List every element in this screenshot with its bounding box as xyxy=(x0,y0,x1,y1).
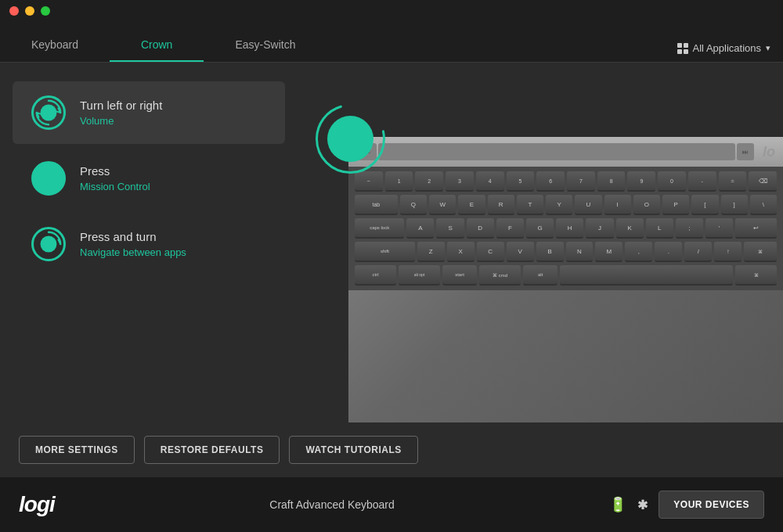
action-item-turn[interactable]: Turn left or right Volume xyxy=(13,81,285,144)
key-extra: ⌘ xyxy=(744,242,777,262)
press-turn-icon xyxy=(31,227,66,261)
tab-crown[interactable]: Crown xyxy=(110,38,204,62)
key-3: 3 xyxy=(446,171,474,192)
key-fn-last: ⏭ xyxy=(737,143,754,160)
key-alt-opt: alt opt xyxy=(399,265,440,286)
key-row-bottom: ctrl alt opt start ⌘ cmd alt ⌘ xyxy=(355,265,777,286)
key-1: 1 xyxy=(385,171,413,192)
key-z: Z xyxy=(417,242,445,262)
chevron-down-icon: ▾ xyxy=(766,43,770,53)
key-t: T xyxy=(517,195,543,215)
key-e: E xyxy=(458,195,485,215)
press-turn-icon-svg xyxy=(34,229,63,259)
key-n: N xyxy=(566,242,594,262)
turn-icon-svg xyxy=(34,98,63,128)
key-x: X xyxy=(447,242,474,262)
key-alt-right: alt xyxy=(523,265,557,286)
watch-tutorials-button[interactable]: WATCH TUTORIALS xyxy=(289,436,417,464)
keyboard-body: esc ⏭ lo ~ 1 2 3 4 5 6 7 8 xyxy=(348,137,783,462)
key-u: U xyxy=(575,195,601,215)
key-s: S xyxy=(436,218,464,239)
key-ctrl: ctrl xyxy=(355,265,396,286)
key-d: D xyxy=(467,218,494,239)
key-equals: = xyxy=(719,171,747,192)
key-y: Y xyxy=(546,195,572,215)
action-text-press: Press Mission Control xyxy=(80,164,150,192)
restore-defaults-button[interactable]: RESTORE DEFAULTS xyxy=(144,436,280,464)
key-h: H xyxy=(556,218,583,239)
bluetooth-icon: ✱ xyxy=(637,498,648,512)
key-period: . xyxy=(655,242,682,262)
key-cmd-right: ⌘ xyxy=(735,265,777,286)
keyboard-top-strip: esc ⏭ lo xyxy=(348,137,783,167)
key-row-asdf: caps lock A S D F G H J K L ; ' ↩ xyxy=(355,218,777,239)
key-c: C xyxy=(477,242,504,262)
logi-logo: logi xyxy=(19,492,55,517)
logo-mark: lo xyxy=(763,144,775,160)
bottom-buttons: MORE SETTINGS RESTORE DEFAULTS WATCH TUT… xyxy=(0,422,783,477)
key-rbracket: ] xyxy=(721,195,748,215)
key-quote: ' xyxy=(705,218,733,239)
key-6: 6 xyxy=(536,171,565,192)
keys-area: ~ 1 2 3 4 5 6 7 8 9 0 - = ⌫ tab xyxy=(348,167,783,290)
tab-keyboard[interactable]: Keyboard xyxy=(0,38,110,62)
key-lbracket: [ xyxy=(691,195,718,215)
key-q: Q xyxy=(400,195,427,215)
key-g: G xyxy=(526,218,554,239)
key-semicolon: ; xyxy=(676,218,703,239)
key-7: 7 xyxy=(567,171,595,192)
key-start: start xyxy=(442,265,477,286)
key-enter: ↩ xyxy=(735,218,777,239)
key-a: A xyxy=(406,218,434,239)
key-i: I xyxy=(604,195,631,215)
fn-key-row: esc ⏭ xyxy=(356,143,754,160)
action-item-press-turn[interactable]: Press and turn Navigate between apps xyxy=(13,213,285,275)
tab-easy-switch[interactable]: Easy-Switch xyxy=(204,38,327,62)
maximize-button[interactable] xyxy=(41,6,50,16)
key-v: V xyxy=(507,242,534,262)
left-panel: Turn left or right Volume Press Mission … xyxy=(0,63,298,477)
device-name: Craft Advanced Keyboard xyxy=(55,498,610,511)
key-backslash: \ xyxy=(750,195,777,215)
action-text-turn: Turn left or right Volume xyxy=(80,99,162,127)
footer: logi Craft Advanced Keyboard 🔋 ✱ YOUR DE… xyxy=(0,477,783,532)
minimize-button[interactable] xyxy=(25,6,34,16)
key-backspace: ⌫ xyxy=(749,171,777,192)
key-4: 4 xyxy=(476,171,504,192)
key-cmd-left: ⌘ cmd xyxy=(479,265,521,286)
key-r: R xyxy=(488,195,514,215)
key-f: F xyxy=(496,218,524,239)
svg-point-0 xyxy=(41,105,57,121)
crown-dial xyxy=(313,102,388,176)
key-k: K xyxy=(616,218,644,239)
apps-menu[interactable]: All Applications ▾ xyxy=(677,42,770,54)
footer-right: 🔋 ✱ YOUR DEVICES xyxy=(609,491,764,519)
key-space xyxy=(560,265,733,286)
title-bar xyxy=(0,0,783,22)
more-settings-button[interactable]: MORE SETTINGS xyxy=(19,436,135,464)
svg-point-1 xyxy=(41,236,57,253)
action-item-press[interactable]: Press Mission Control xyxy=(13,147,285,210)
key-caps: caps lock xyxy=(355,218,404,239)
key-m: M xyxy=(595,242,622,262)
key-j: J xyxy=(586,218,613,239)
key-shift-left: shift xyxy=(355,242,415,262)
grid-icon xyxy=(677,43,688,54)
key-9: 9 xyxy=(627,171,655,192)
key-o: O xyxy=(633,195,660,215)
key-0: 0 xyxy=(658,171,686,192)
fn-keys-group xyxy=(378,143,735,160)
key-dash: - xyxy=(688,171,716,192)
key-b: B xyxy=(536,242,564,262)
key-l: L xyxy=(646,218,673,239)
your-devices-button[interactable]: YOUR DEVICES xyxy=(659,491,764,519)
key-w: W xyxy=(429,195,456,215)
key-row-zxcv: shift Z X C V B N M , . / ↑ ⌘ xyxy=(355,242,777,262)
tab-bar: Keyboard Crown Easy-Switch All Applicati… xyxy=(0,22,783,63)
close-button[interactable] xyxy=(9,6,19,16)
key-tab: tab xyxy=(355,195,398,215)
battery-icon: 🔋 xyxy=(609,496,626,513)
key-2: 2 xyxy=(415,171,443,192)
key-5: 5 xyxy=(507,171,535,192)
key-comma: , xyxy=(625,242,652,262)
